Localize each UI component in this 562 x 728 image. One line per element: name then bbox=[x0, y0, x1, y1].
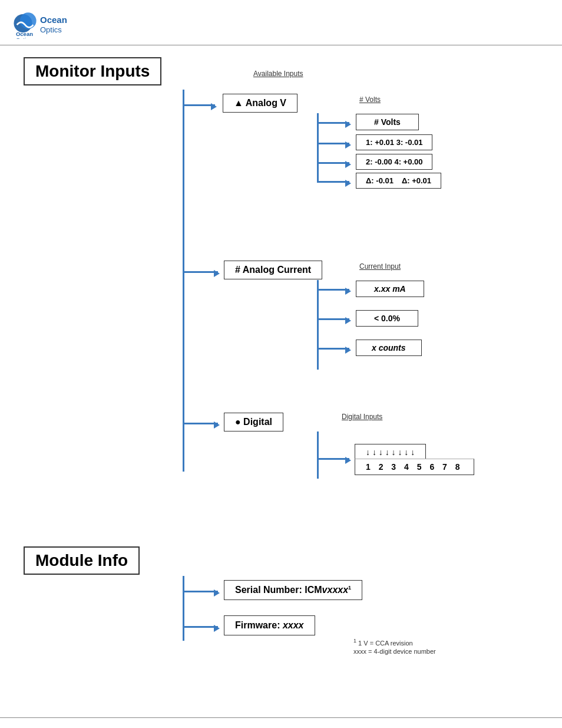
arrow-mA bbox=[345, 285, 353, 296]
volts-label: # Volts bbox=[359, 94, 381, 104]
module-info-section: Module Info Serial Number: ICMvxxxx1 bbox=[24, 546, 538, 682]
volts-row2-box: 2: -0.00 4: +0.00 bbox=[356, 154, 432, 170]
trunk-line bbox=[183, 90, 184, 472]
h-line-row3 bbox=[317, 181, 349, 183]
logo-text-ocean: Ocean bbox=[40, 15, 67, 25]
v-line-digital bbox=[317, 431, 319, 479]
monitor-inputs-section: Monitor Inputs Available Inputs ▲ Analog… bbox=[24, 57, 538, 523]
logo-text-optics: Optics bbox=[40, 25, 67, 35]
logo: Ocean Optics Ocean Optics bbox=[12, 8, 67, 39]
module-diagram: Module Info Serial Number: ICMvxxxx1 bbox=[24, 546, 507, 682]
footnotes: 1 1 V = CCA revision xxxx = 4-digit devi… bbox=[353, 638, 436, 655]
digital-box: ● Digital bbox=[224, 413, 283, 431]
arrow-volts bbox=[345, 118, 353, 129]
v-line-ac bbox=[317, 280, 319, 370]
h-line-analog-current bbox=[183, 271, 218, 273]
h-line-serial bbox=[183, 591, 218, 592]
arrow-analog-current bbox=[214, 268, 222, 278]
volts-row1-box: 1: +0.01 3: -0.01 bbox=[356, 134, 432, 150]
volts-row3-box: Δ: -0.01 Δ: +0.01 bbox=[356, 173, 441, 189]
counts-box: x counts bbox=[356, 340, 422, 356]
h-line-percent bbox=[317, 318, 349, 320]
module-info-title: Module Info bbox=[24, 546, 140, 575]
h-line-row1 bbox=[317, 143, 349, 144]
h-line-firmware bbox=[183, 626, 218, 628]
volts-box: # Volts bbox=[356, 114, 419, 130]
h-line-volts bbox=[317, 122, 349, 124]
h-line-digital bbox=[183, 423, 218, 424]
arrow-serial bbox=[214, 587, 222, 598]
ocean-optics-logo-icon: Ocean Optics bbox=[12, 8, 42, 39]
mA-box: x.xx mA bbox=[356, 281, 424, 297]
module-trunk bbox=[183, 576, 184, 641]
arrow-percent bbox=[345, 315, 353, 325]
arrow-firmware bbox=[214, 622, 222, 633]
arrow-row1 bbox=[345, 139, 353, 150]
h-line-counts bbox=[317, 348, 349, 350]
module-info-title-box: Module Info bbox=[24, 546, 140, 575]
h-line-analog-v bbox=[183, 104, 215, 106]
arrow-digital-arrows bbox=[345, 454, 353, 465]
arrow-digital bbox=[214, 419, 222, 430]
digital-inputs-label: Digital Inputs bbox=[342, 411, 382, 421]
monitor-diagram: Monitor Inputs Available Inputs ▲ Analog… bbox=[24, 57, 507, 523]
h-line-row2 bbox=[317, 162, 349, 164]
h-line-digital-arrows bbox=[317, 458, 349, 460]
header: Ocean Optics Ocean Optics bbox=[0, 0, 562, 45]
analog-v-box: ▲ Analog V bbox=[223, 94, 297, 113]
arrow-row2 bbox=[345, 159, 353, 169]
main-content: Monitor Inputs Available Inputs ▲ Analog… bbox=[0, 45, 562, 717]
arrow-counts bbox=[345, 344, 353, 355]
monitor-inputs-title: Monitor Inputs bbox=[24, 57, 161, 85]
available-inputs-label: Available Inputs bbox=[253, 68, 303, 78]
footer-divider bbox=[0, 717, 562, 718]
monitor-inputs-title-box: Monitor Inputs bbox=[24, 57, 161, 85]
current-input-label: Current Input bbox=[359, 261, 401, 271]
arrow-analog-v bbox=[211, 101, 219, 111]
serial-number-box: Serial Number: ICMvxxxx1 bbox=[224, 580, 362, 600]
analog-current-box: # Analog Current bbox=[224, 261, 322, 279]
arrow-row3 bbox=[345, 177, 353, 188]
firmware-box: Firmware: xxxx bbox=[224, 615, 315, 635]
percent-box: < 0.0% bbox=[356, 310, 418, 327]
svg-text:Optics: Optics bbox=[16, 37, 32, 39]
digital-arrows-box: ↓ ↓ ↓ ↓ ↓ ↓ ↓ ↓ 1 2 3 4 5 6 7 8 bbox=[355, 444, 507, 475]
h-line-mA bbox=[317, 289, 349, 291]
